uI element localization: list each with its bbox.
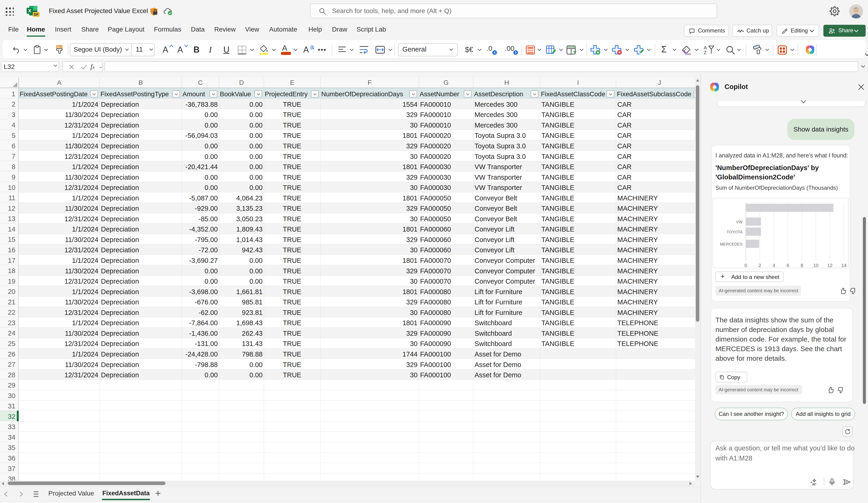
svg-text:14: 14 <box>841 263 847 268</box>
svg-text:VW: VW <box>736 220 743 224</box>
svg-text:TOYOTA: TOYOTA <box>727 230 743 234</box>
svg-text:6: 6 <box>786 263 789 268</box>
svg-text:Z: Z <box>704 50 706 55</box>
svg-text:4: 4 <box>773 263 775 268</box>
svg-text:8: 8 <box>800 263 803 268</box>
svg-text:A: A <box>704 45 707 50</box>
svg-text:0: 0 <box>744 263 747 268</box>
svg-text:12: 12 <box>827 263 833 268</box>
svg-text:2: 2 <box>758 263 761 268</box>
svg-text:MERCEDES: MERCEDES <box>720 242 743 246</box>
svg-text:10: 10 <box>813 263 818 268</box>
